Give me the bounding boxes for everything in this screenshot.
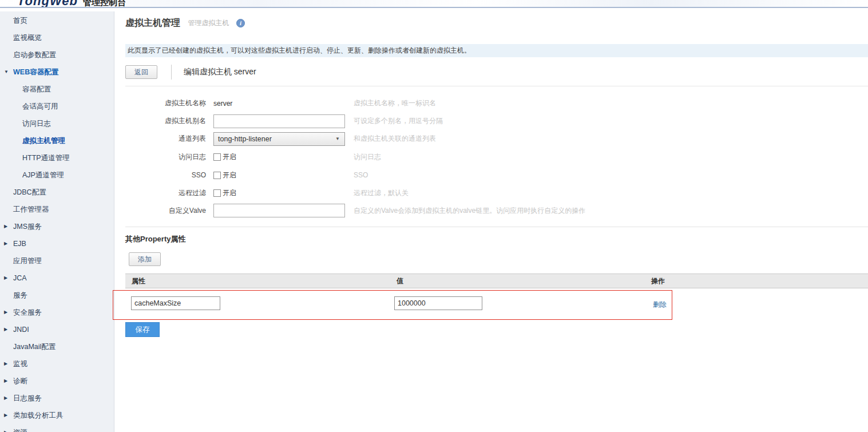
sidebar-item-label: JMS服务 [13, 223, 42, 231]
chevron-down-icon[interactable]: ▼ [4, 64, 9, 81]
sidebar-item-label: EJB [13, 240, 26, 248]
sidebar-item-session-ha[interactable]: 会话高可用 [0, 98, 114, 115]
sidebar-item-label: 容器配置 [22, 85, 51, 93]
sidebar-item-security-service[interactable]: ▶安全服务 [0, 304, 114, 321]
chevron-right-icon[interactable]: ▶ [4, 218, 7, 235]
sidebar-item-home[interactable]: 首页 [0, 12, 114, 29]
sidebar-item-jdbc-config[interactable]: JDBC配置 [0, 184, 114, 201]
virtual-host-form: 虚拟主机名称server虚拟主机名称，唯一标识名虚拟主机别名可设定多个别名，用逗… [114, 94, 868, 219]
chevron-right-icon[interactable]: ▶ [4, 269, 7, 287]
property-section-title: 其他Property属性 [125, 234, 185, 244]
sidebar-item-label: 首页 [13, 17, 27, 25]
sidebar-item-label: JDBC配置 [13, 188, 46, 196]
chevron-right-icon[interactable]: ▶ [4, 424, 7, 432]
field-hint-remote-filter: 远程过滤，默认关 [354, 188, 409, 198]
remote-filter-checkbox[interactable] [213, 189, 221, 197]
back-button[interactable]: 返回 [125, 65, 157, 79]
field-sso: 开启 [213, 171, 346, 180]
app-window: TongWeb管理控制台 首页监视概览启动参数配置▼WEB容器配置容器配置会话高… [0, 0, 868, 432]
save-button[interactable]: 保存 [125, 322, 160, 337]
form-row-custom-valve: 自定义Valve自定义的Valve会添加到虚拟主机的valve链里。访问应用时执… [114, 202, 868, 219]
page-title: 虚拟主机管理 [125, 17, 180, 29]
page-subtitle: 管理虚拟主机 [188, 18, 229, 28]
sidebar-item-jca[interactable]: ▶JCA [0, 269, 114, 287]
logo-text: TongWeb [17, 0, 78, 8]
form-row-access-log: 访问日志开启访问日志 [114, 148, 868, 166]
sidebar-item-jms-service[interactable]: ▶JMS服务 [0, 218, 114, 235]
sidebar-item-diagnosis[interactable]: ▶诊断 [0, 372, 114, 390]
field-virtual-host-alias [213, 114, 346, 128]
sidebar-item-label: HTTP通道管理 [22, 154, 70, 162]
delete-link[interactable]: 删除 [653, 300, 667, 310]
field-hint-virtual-host-name: 虚拟主机名称，唯一标识名 [354, 98, 436, 108]
sidebar-item-access-log[interactable]: 访问日志 [0, 115, 114, 132]
sidebar-item-label: 启动参数配置 [13, 51, 56, 59]
sidebar-item-jndi[interactable]: ▶JNDI [0, 321, 114, 338]
form-row-sso: SSO开启SSO [114, 166, 868, 184]
sidebar-item-http-channel-management[interactable]: HTTP通道管理 [0, 149, 114, 167]
sidebar-item-container-config[interactable]: 容器配置 [0, 81, 114, 98]
column-header-1: 值 [397, 274, 403, 288]
sidebar-item-monitor-overview[interactable]: 监视概览 [0, 29, 114, 46]
sidebar-item-label: 服务 [13, 291, 27, 299]
sidebar-item-resources[interactable]: ▶资源 [0, 424, 114, 432]
info-icon[interactable]: i [236, 19, 245, 27]
sidebar-item-ajp-channel-management[interactable]: AJP通道管理 [0, 167, 114, 184]
chevron-right-icon[interactable]: ▶ [4, 390, 7, 407]
channel-list-select[interactable]: tong-http-listener▼ [213, 132, 345, 146]
remote-filter-checkbox-label: 开启 [223, 188, 236, 198]
sidebar-item-startup-params-config[interactable]: 启动参数配置 [0, 46, 114, 64]
chevron-right-icon[interactable]: ▶ [4, 235, 7, 252]
chevron-right-icon[interactable]: ▶ [4, 372, 7, 390]
sidebar-item-virtual-host-management[interactable]: 虚拟主机管理 [0, 132, 114, 149]
sso-checkbox[interactable] [213, 172, 221, 179]
chevron-right-icon[interactable]: ▶ [4, 321, 7, 338]
form-row-remote-filter: 远程过滤开启远程过滤，默认关 [114, 184, 868, 202]
column-header-2: 操作 [651, 274, 665, 288]
sidebar-item-app-management[interactable]: 应用管理 [0, 252, 114, 269]
sidebar-item-ejb[interactable]: ▶EJB [0, 235, 114, 252]
field-label-virtual-host-alias: 虚拟主机别名 [126, 116, 206, 126]
property-table-header: 属性值操作 [125, 274, 868, 288]
field-label-custom-valve: 自定义Valve [126, 206, 206, 216]
sidebar-item-classloader-analysis-tool[interactable]: ▶类加载分析工具 [0, 407, 114, 424]
sidebar-item-label: 诊断 [13, 377, 27, 385]
sidebar-item-monitoring[interactable]: ▶监视 [0, 355, 114, 372]
chevron-right-icon[interactable]: ▶ [4, 407, 7, 424]
virtual-host-alias-input[interactable] [213, 114, 345, 128]
page-description: 此页显示了已经创建的虚拟主机，可以对这些虚拟主机进行启动、停止、更新、删除操作或… [125, 44, 868, 57]
sidebar-item-label: 安全服务 [13, 308, 42, 316]
field-label-channel-list: 通道列表 [126, 134, 206, 144]
access-log-checkbox-wrap: 开启 [213, 152, 346, 162]
page-head: 虚拟主机管理 管理虚拟主机 i [125, 17, 245, 31]
sidebar-item-web-container-config[interactable]: ▼WEB容器配置 [0, 64, 114, 81]
edit-virtual-host-title: 编辑虚拟主机 server [184, 67, 256, 77]
access-log-checkbox[interactable] [213, 153, 221, 161]
property-section: 其他Property属性 添加 属性值操作删除 保存 [125, 227, 868, 352]
sso-checkbox-wrap: 开启 [213, 171, 346, 180]
chevron-right-icon[interactable]: ▶ [4, 355, 7, 372]
add-property-button[interactable]: 添加 [129, 252, 161, 266]
field-remote-filter: 开启 [213, 188, 346, 198]
custom-valve-input[interactable] [213, 204, 345, 217]
sidebar-item-service[interactable]: 服务 [0, 287, 114, 304]
sidebar-item-log-service[interactable]: ▶日志服务 [0, 390, 114, 407]
property-value-input[interactable] [394, 296, 482, 310]
field-label-access-log: 访问日志 [126, 152, 206, 162]
sidebar-item-label: 日志服务 [13, 394, 42, 402]
sidebar-item-javamail-config[interactable]: JavaMail配置 [0, 338, 114, 355]
sidebar-item-label: 会话高可用 [22, 102, 58, 110]
field-hint-sso: SSO [354, 171, 368, 179]
sidebar-item-label: WEB容器配置 [13, 68, 58, 76]
field-value-virtual-host-name: server [213, 100, 232, 108]
field-label-virtual-host-name: 虚拟主机名称 [126, 98, 206, 108]
sidebar-item-label: 工作管理器 [13, 205, 49, 213]
sidebar-item-work-manager[interactable]: 工作管理器 [0, 201, 114, 218]
sidebar-item-label: JCA [13, 274, 27, 282]
chevron-right-icon[interactable]: ▶ [4, 304, 7, 321]
property-name-input[interactable] [131, 296, 220, 310]
field-custom-valve [213, 204, 346, 217]
field-label-sso: SSO [126, 171, 206, 179]
sidebar-item-label: 监视 [13, 360, 27, 368]
sidebar-item-label: 访问日志 [22, 120, 51, 128]
